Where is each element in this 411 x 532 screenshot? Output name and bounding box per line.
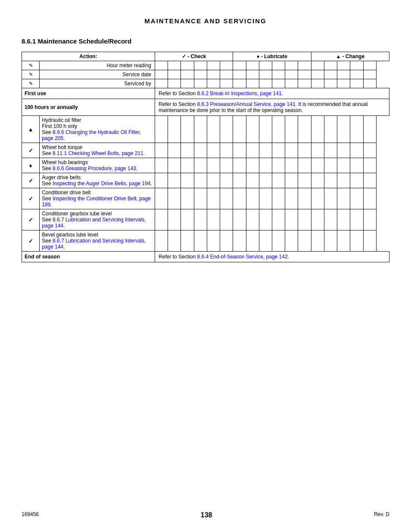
footer-left: 169456 (22, 511, 39, 519)
check-icon-conditioner: ✓ (22, 188, 40, 209)
first-use-text: Refer to Section 8.6.2 Break-In Inspecti… (155, 88, 389, 99)
bevel-gearbox-row: ✓ Bevel gearbox lube level See 8.6.7 Lub… (22, 230, 389, 252)
conditioner-belt-link[interactable]: Inspecting the Conditioner Drive Belt, p… (42, 196, 151, 208)
check-header: ✓ - Check (155, 52, 233, 61)
pencil-icon-3: ✎ (22, 79, 40, 88)
wheel-hub-desc: Wheel hub bearings See 8.6.6 Greasing Pr… (40, 158, 155, 173)
table-row: ✎ Hour meter reading (22, 61, 389, 70)
hydraulic-oil-row: ▲ Hydraulic oil filter First 100 h only … (22, 116, 389, 143)
end-of-season-label: End of season (22, 252, 155, 262)
conditioner-gearbox-desc: Conditioner gearbox lube level See 8.6.7… (40, 209, 155, 230)
action-header: Action: (22, 52, 155, 61)
diamond-icon-hub: ♦ (22, 158, 40, 173)
serviced-by-label: Serviced by (40, 79, 155, 88)
hydraulic-oil-desc: Hydraulic oil filter First 100 h only Se… (40, 116, 155, 143)
check-icon-bevel: ✓ (22, 230, 40, 252)
hour-meter-label: Hour meter reading (40, 61, 155, 70)
hydraulic-oil-link[interactable]: 8.9.6 Changing the Hydraulic Oil Filter,… (42, 129, 141, 141)
check-icon-cond-gearbox: ✓ (22, 209, 40, 230)
change-header: ▲ - Change (311, 52, 389, 61)
wheel-bolt-row: ✓ Wheel bolt torque See 8.11.1 Checking … (22, 143, 389, 158)
bevel-gearbox-desc: Bevel gearbox lube level See 8.6.7 Lubri… (40, 230, 155, 252)
service-date-label: Service date (40, 70, 155, 79)
end-of-season-text: Refer to Section 8.6.4 End-of-Season Ser… (155, 252, 389, 262)
table-row: ✎ Serviced by (22, 79, 389, 88)
conditioner-gearbox-row: ✓ Conditioner gearbox lube level See 8.6… (22, 209, 389, 230)
end-of-season-row: End of season Refer to Section 8.6.4 End… (22, 252, 389, 262)
wheel-hub-link[interactable]: 8.6.6 Greasing Procedure, page 143 (53, 165, 136, 171)
hundred-hour-link[interactable]: 8.6.3 Preseason/Annual Service, page 141 (197, 101, 295, 107)
page-footer: 169456 138 Rev. D (22, 511, 389, 519)
footer-right: Rev. D (374, 511, 389, 519)
wheel-bolt-desc: Wheel bolt torque See 8.11.1 Checking Wh… (40, 143, 155, 158)
auger-belt-desc: Auger drive belts See Inspecting the Aug… (40, 173, 155, 188)
maintenance-table: Action: ✓ - Check ♦ - Lubricate ▲ - Chan… (22, 52, 389, 262)
conditioner-belt-desc: Conditioner drive belt See Inspecting th… (40, 188, 155, 209)
section-title: 8.6.1 Maintenance Schedule/Record (22, 37, 389, 45)
first-use-row: First use Refer to Section 8.6.2 Break-I… (22, 88, 389, 99)
lubricate-header: ♦ - Lubricate (233, 52, 311, 61)
footer-center: 138 (201, 511, 212, 519)
wheel-bolt-link[interactable]: 8.11.1 Checking Wheel Bolts, page 211 (53, 150, 143, 156)
auger-belt-link[interactable]: Inspecting the Auger Drive Belts, page 1… (53, 180, 150, 187)
pencil-icon-1: ✎ (22, 61, 40, 70)
table-row: ✎ Service date (22, 70, 389, 79)
conditioner-belt-row: ✓ Conditioner drive belt See Inspecting … (22, 188, 389, 209)
wheel-hub-row: ♦ Wheel hub bearings See 8.6.6 Greasing … (22, 158, 389, 173)
bevel-gearbox-link[interactable]: 8.6.7 Lubrication and Servicing Interval… (42, 238, 146, 250)
hundred-hour-label: 100 hours or annually (22, 99, 155, 116)
first-use-label: First use (22, 88, 155, 99)
auger-belt-row: ✓ Auger drive belts See Inspecting the A… (22, 173, 389, 188)
page-title: MAINTENANCE AND SERVICING (22, 17, 389, 25)
first-use-link[interactable]: 8.6.2 Break-In Inspections, page 141 (197, 90, 281, 96)
hundred-hour-row: 100 hours or annually Refer to Section 8… (22, 99, 389, 116)
check-icon-auger: ✓ (22, 173, 40, 188)
pencil-icon-2: ✎ (22, 70, 40, 79)
check-icon-wheel: ✓ (22, 143, 40, 158)
triangle-icon: ▲ (22, 116, 40, 143)
conditioner-gearbox-link[interactable]: 8.6.7 Lubrication and Servicing Interval… (42, 217, 146, 229)
hundred-hour-text: Refer to Section 8.6.3 Preseason/Annual … (155, 99, 389, 116)
end-of-season-link[interactable]: 8.6.4 End-of-Season Service, page 142 (197, 254, 287, 260)
